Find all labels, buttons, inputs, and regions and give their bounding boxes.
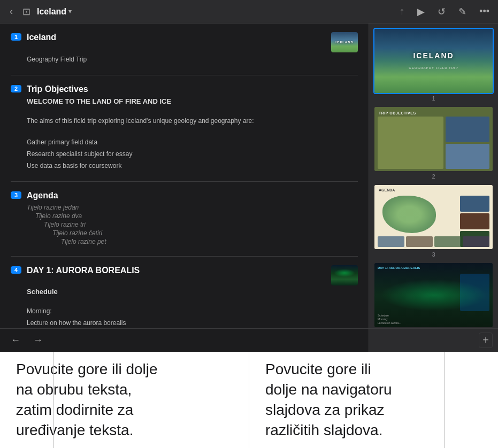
slide-subtitle-1: Geography Field Trip bbox=[27, 55, 358, 64]
tooltip-right: Povucite gore ilidolje na navigatoruslaj… bbox=[249, 352, 498, 448]
nav-thumb-3 bbox=[374, 185, 493, 249]
nav-arrows: ← → bbox=[6, 333, 362, 348]
slide-body-text-2d: Use data as basis for coursework bbox=[27, 161, 358, 171]
back-button[interactable]: ‹ bbox=[6, 4, 16, 19]
slide-body-text-2c: Research specialist subject for essay bbox=[27, 149, 358, 159]
slide-entry-4: 4 DAY 1: AURORA BOREALIS Schedule Mornin… bbox=[11, 265, 358, 328]
divider-1 bbox=[11, 75, 358, 75]
slide-header-4: 4 DAY 1: AURORA BOREALIS bbox=[11, 265, 358, 285]
slide-body-italic-3c: Tijelo razine tri bbox=[44, 221, 358, 228]
slide-header-1: 1 Iceland bbox=[11, 32, 358, 52]
document-title-button[interactable]: Iceland ▾ bbox=[37, 7, 72, 17]
outline-panel[interactable]: 1 Iceland Geography Field Trip 2 Trip Ob… bbox=[0, 24, 369, 328]
slide-body-morning: Morning: bbox=[27, 306, 358, 316]
nav-thumb-wrap-2 bbox=[373, 106, 494, 172]
slide-number-title-2: 2 Trip Objectives bbox=[11, 84, 88, 95]
slide-body-text-2a: The aims of this field trip exploring Ic… bbox=[27, 116, 358, 126]
tooltip-right-text: Povucite gore ilidolje na navigatoruslaj… bbox=[265, 359, 482, 440]
top-bar-right: ↑ ▶ ↺ ✎ ••• bbox=[397, 4, 492, 20]
nav-slide-4[interactable]: ScheduleMorning:Lecture on aurora... 4 bbox=[373, 262, 494, 328]
slide-body-text-2b: Gather primary field data bbox=[27, 137, 358, 147]
slide-title-4: DAY 1: AURORA BOREALIS bbox=[27, 265, 140, 276]
prev-arrow-button[interactable]: ← bbox=[6, 333, 25, 348]
top-bar-left: ‹ ⊡ Iceland ▾ bbox=[6, 4, 72, 20]
next-arrow-button[interactable]: → bbox=[29, 333, 47, 348]
slide-body-4: Schedule Morning: Lecture on how the aur… bbox=[27, 288, 358, 328]
document-title-label: Iceland bbox=[37, 7, 66, 17]
slide-body-italic-3b: Tijelo razine dva bbox=[35, 212, 358, 220]
nav-slide-number-2: 2 bbox=[373, 173, 494, 180]
slide-number-title-1: 1 Iceland bbox=[11, 32, 56, 43]
slide-body-2: WELCOME TO THE LAND OF FIRE AND ICE The … bbox=[27, 97, 358, 171]
slide-header-2: 2 Trip Objectives bbox=[11, 84, 358, 95]
undo-button[interactable]: ↺ bbox=[435, 4, 448, 20]
tooltip-divider-left bbox=[53, 352, 54, 448]
more-button[interactable]: ••• bbox=[477, 4, 492, 19]
share-button[interactable]: ↑ bbox=[397, 4, 407, 19]
slide-thumbnail-4 bbox=[331, 265, 358, 285]
slide-number-title-4: 4 DAY 1: AURORA BOREALIS bbox=[11, 265, 140, 276]
nav-thumb-2 bbox=[374, 107, 493, 171]
slide-title-3: Agenda bbox=[27, 190, 58, 202]
nav-slide-number-3: 3 bbox=[373, 251, 494, 258]
slide-number-title-3: 3 Agenda bbox=[11, 190, 58, 202]
add-slide-button[interactable]: + bbox=[479, 333, 493, 348]
nav-thumb-4: ScheduleMorning:Lecture on aurora... bbox=[374, 263, 493, 327]
navigator-bottom: + bbox=[369, 328, 498, 352]
slide-badge-2: 2 bbox=[11, 85, 21, 92]
iceland-map-shape bbox=[382, 196, 436, 233]
slide-badge-4: 4 bbox=[11, 266, 21, 274]
slide-thumbnail-1 bbox=[331, 32, 358, 52]
nav-thumb-1 bbox=[374, 29, 493, 93]
slide-body-1: Geography Field Trip bbox=[27, 55, 358, 64]
slide-body-lecture: Lecture on how the aurora borealisis for… bbox=[27, 318, 358, 328]
slide-entry-2: 2 Trip Objectives WELCOME TO THE LAND OF… bbox=[11, 84, 358, 171]
nav-slide-number-1: 1 bbox=[373, 95, 494, 102]
divider-2 bbox=[11, 181, 358, 182]
sidebar-toggle-button[interactable]: ⊡ bbox=[20, 4, 33, 20]
main-area: 1 Iceland Geography Field Trip 2 Trip Ob… bbox=[0, 24, 498, 328]
top-bar: ‹ ⊡ Iceland ▾ ↑ ▶ ↺ ✎ ••• bbox=[0, 0, 498, 24]
nav-slide-3[interactable]: 3 bbox=[373, 184, 494, 258]
bottom-bar: ← → + bbox=[0, 328, 498, 352]
slide-title-1: Iceland bbox=[27, 32, 56, 43]
slide-body-3: Tijelo razine jedan Tijelo razine dva Ti… bbox=[27, 204, 358, 245]
slide-body-text-bold-2: WELCOME TO THE LAND OF FIRE AND ICE bbox=[27, 97, 358, 105]
nav-thumb-wrap-4: ScheduleMorning:Lecture on aurora... bbox=[373, 262, 494, 328]
chevron-down-icon: ▾ bbox=[68, 8, 72, 15]
pen-button[interactable]: ✎ bbox=[456, 4, 469, 20]
tooltip-divider-right bbox=[444, 352, 445, 448]
slide-entry-1: 1 Iceland Geography Field Trip bbox=[11, 32, 358, 64]
divider-3 bbox=[11, 256, 358, 257]
tooltip-area: Povucite gore ili doljena obrubu teksta,… bbox=[0, 352, 498, 448]
slide-badge-3: 3 bbox=[11, 191, 21, 199]
slide-header-3: 3 Agenda bbox=[11, 190, 358, 202]
play-button[interactable]: ▶ bbox=[415, 4, 427, 20]
slide-body-italic-3a: Tijelo razine jedan bbox=[27, 204, 358, 211]
slide-entry-3: 3 Agenda Tijelo razine jedan Tijelo razi… bbox=[11, 190, 358, 245]
slide-title-2: Trip Objectives bbox=[27, 84, 88, 95]
tooltip-left: Povucite gore ili doljena obrubu teksta,… bbox=[0, 352, 249, 448]
nav-slide-1[interactable]: 1 bbox=[373, 28, 494, 102]
thumb-aurora-4 bbox=[331, 265, 358, 285]
nav-thumb-wrap-1 bbox=[373, 28, 494, 94]
slide-badge-1: 1 bbox=[11, 33, 21, 41]
thumb-iceland-1 bbox=[331, 32, 358, 52]
tooltip-left-text: Povucite gore ili doljena obrubu teksta,… bbox=[16, 359, 233, 440]
slide-navigator[interactable]: 1 2 bbox=[369, 24, 498, 328]
outline-bottom-nav: ← → bbox=[0, 328, 369, 352]
slide-body-italic-3e: Tijelo razine pet bbox=[61, 238, 358, 245]
nav-slide-2[interactable]: 2 bbox=[373, 106, 494, 180]
slide-body-italic-3d: Tijelo razine četiri bbox=[52, 229, 358, 237]
slide-body-schedule: Schedule bbox=[27, 288, 358, 296]
nav-thumb-wrap-3 bbox=[373, 184, 494, 250]
